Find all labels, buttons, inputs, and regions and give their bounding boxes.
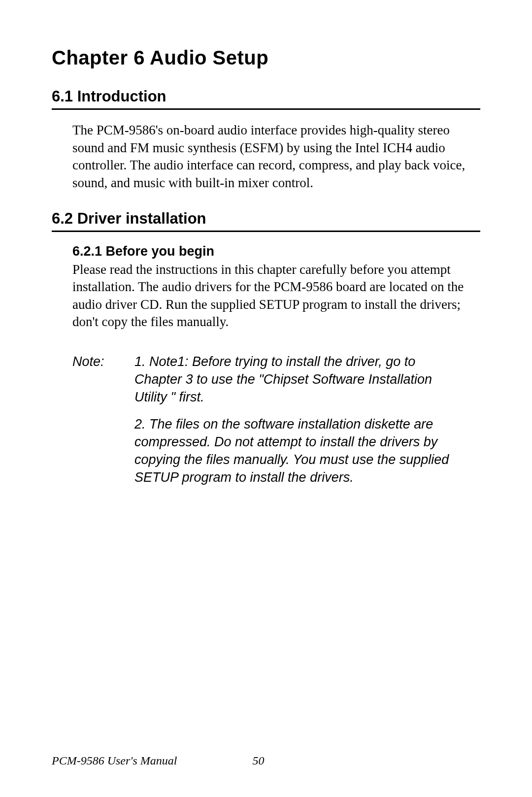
note-body: 1. Note1: Before trying to install the d… [134,353,466,495]
section-6-1: 6.1 Introduction The PCM-9586's on-board… [52,88,480,192]
note-label: Note: [72,353,111,495]
subsection-6-2-1-body: Please read the instructions in this cha… [52,261,480,332]
footer-page-number: 50 [252,754,264,767]
subsection-header-before-you-begin: 6.2.1 Before you begin [52,244,480,259]
section-header-introduction: 6.1 Introduction [52,88,480,110]
section-6-2: 6.2 Driver installation 6.2.1 Before you… [52,210,480,496]
section-6-1-body: The PCM-9586's on-board audio interface … [52,122,480,192]
footer-manual-title: PCM-9586 User's Manual [52,754,177,767]
note-item-1: 1. Note1: Before trying to install the d… [134,353,466,406]
note-block: Note: 1. Note1: Before trying to install… [52,353,480,495]
page-content: Chapter 6 Audio Setup 6.1 Introduction T… [0,0,532,797]
note-item-2: 2. The files on the software installatio… [134,415,466,487]
page-footer: PCM-9586 User's Manual 50 [52,754,480,767]
section-header-driver-installation: 6.2 Driver installation [52,210,480,232]
chapter-title: Chapter 6 Audio Setup [52,47,480,69]
